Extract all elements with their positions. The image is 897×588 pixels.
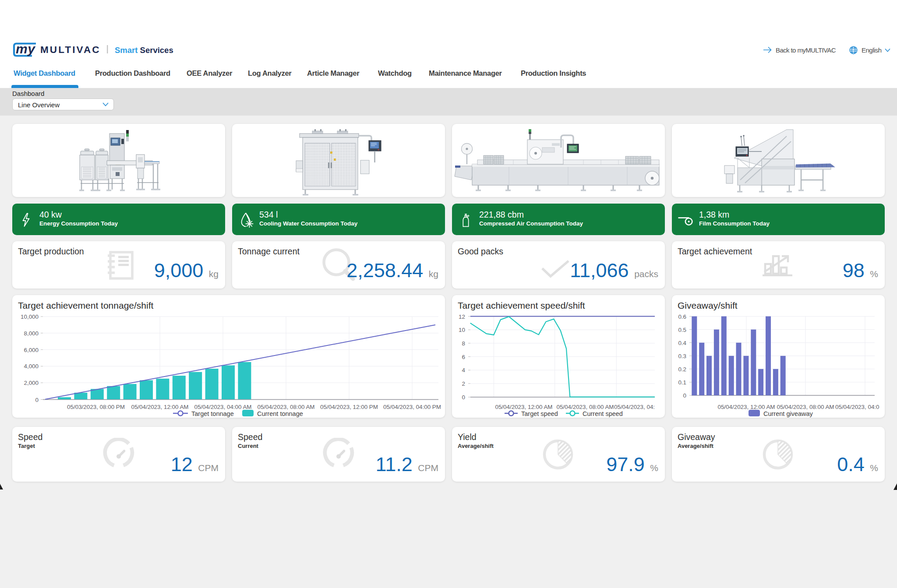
svg-text:05/04/2023, 12:00 PM: 05/04/2023, 12:00 PM: [320, 404, 378, 410]
svg-text:05/04/2023, 12:00 AM: 05/04/2023, 12:00 AM: [717, 404, 775, 410]
svg-text:10,000: 10,000: [21, 313, 39, 320]
svg-text:Current tonnage: Current tonnage: [257, 410, 303, 417]
svg-text:0: 0: [683, 392, 686, 399]
svg-text:8: 8: [462, 340, 465, 347]
svg-text:8,000: 8,000: [24, 330, 39, 337]
svg-text:MULTIVAC: MULTIVAC: [40, 44, 101, 55]
svg-text:Current speed: Current speed: [583, 410, 623, 417]
svg-text:05/04/2023, 08:00 AM: 05/04/2023, 08:00 AM: [556, 404, 614, 410]
svg-text:05/04/2023, 08:00 AM: 05/04/2023, 08:00 AM: [257, 404, 314, 410]
svg-text:Target tonnage: Target tonnage: [191, 410, 234, 417]
svg-text:05/04/2023, 04:0: 05/04/2023, 04:0: [835, 404, 879, 410]
svg-text:12: 12: [459, 313, 465, 320]
svg-text:0.3: 0.3: [678, 353, 686, 359]
svg-text:0: 0: [462, 394, 465, 401]
svg-text:4,000: 4,000: [24, 363, 39, 370]
svg-text:2,000: 2,000: [24, 380, 39, 386]
svg-text:my: my: [16, 42, 35, 56]
svg-text:Smart Services: Smart Services: [115, 46, 173, 55]
svg-text:0.6: 0.6: [678, 313, 686, 320]
svg-text:4: 4: [462, 367, 466, 373]
svg-text:05/04/2023, 08:00 AM: 05/04/2023, 08:00 AM: [777, 404, 834, 410]
svg-text:0.4: 0.4: [678, 340, 686, 346]
svg-text:2: 2: [462, 380, 465, 387]
svg-text:05/04/2023, 04:00 AM: 05/04/2023, 04:00 AM: [194, 404, 251, 410]
svg-text:6,000: 6,000: [24, 347, 39, 353]
svg-text:0.5: 0.5: [678, 327, 686, 333]
svg-text:0.2: 0.2: [678, 366, 686, 373]
svg-text:05/04/2023, 12:00 AM: 05/04/2023, 12:00 AM: [495, 404, 552, 410]
svg-text:10: 10: [459, 327, 465, 333]
svg-text:0.1: 0.1: [678, 379, 686, 386]
svg-text:05/04/2023, 04:: 05/04/2023, 04:: [614, 404, 655, 410]
svg-text:Current giveaway: Current giveaway: [763, 410, 813, 417]
svg-text:6: 6: [462, 354, 465, 360]
svg-text:0: 0: [35, 397, 39, 403]
svg-text:05/04/2023, 04:00 PM: 05/04/2023, 04:00 PM: [383, 404, 441, 410]
svg-text:Target speed: Target speed: [521, 410, 558, 417]
svg-text:05/03/2023, 08:00 PM: 05/03/2023, 08:00 PM: [67, 404, 125, 410]
svg-text:05/04/2023, 12:00 AM: 05/04/2023, 12:00 AM: [131, 404, 188, 410]
